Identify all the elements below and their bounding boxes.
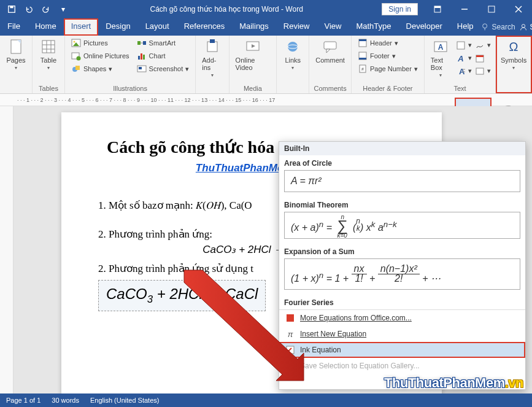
equation-item-binomial-theorem[interactable]: (x + a)n = ∑nk=0 (nk) xk an−k (284, 212, 520, 239)
equation-item-title: Area of Circle (279, 155, 525, 170)
addins-icon (204, 38, 221, 55)
redo-button[interactable] (38, 1, 54, 17)
symbols-button[interactable]: Ω Symbols ▾ (499, 37, 528, 72)
chevron-down-icon: ▾ (211, 72, 214, 78)
tab-help[interactable]: Help (450, 18, 481, 36)
group-tables: Table ▾ Tables (33, 36, 65, 93)
tab-layout[interactable]: Layout (138, 18, 177, 36)
horizontal-ruler[interactable]: · · · 1 · · · 2 · · · 3 · · · 4 · · · 5 … (0, 94, 532, 106)
chevron-down-icon: ▾ (291, 65, 294, 71)
equation-item-title: Binomial Theorem (279, 197, 525, 212)
tab-review[interactable]: Review (276, 18, 317, 36)
pages-button[interactable]: Pages ▾ (4, 37, 28, 72)
equation-item-title: Expansion of a Sum (279, 244, 525, 258)
equation-popup-menu: More Equations from Office.com... π Inse… (279, 309, 525, 374)
svg-rect-55 (476, 68, 484, 74)
ink-equation-menu-item[interactable]: Ink Equation (279, 342, 525, 358)
footer-button[interactable]: Footer ▾ (355, 50, 420, 62)
equation-item-title: Fourier Series (279, 295, 525, 309)
svg-text:A: A (457, 54, 463, 63)
tab-developer[interactable]: Developer (399, 18, 450, 36)
table-button[interactable]: Table ▾ (36, 37, 61, 72)
equation-item-area-of-circle[interactable]: A = πr² (284, 170, 520, 192)
screenshot-button[interactable]: Screenshot ▾ (134, 63, 192, 75)
svg-rect-41 (359, 39, 366, 41)
status-language[interactable]: English (United States) (90, 397, 160, 404)
footer-icon (358, 51, 368, 61)
sign-in-button[interactable]: Sign in (382, 3, 418, 15)
ribbon-tabs: File Home Insert Design Layout Reference… (0, 18, 532, 36)
equation-content-control[interactable]: CaCO3 + 2HCl → CaCl (98, 280, 266, 311)
save-selection-menu-item: Save Selection to Equation Gallery... (279, 358, 525, 374)
svg-rect-48 (457, 42, 465, 49)
smartart-icon (137, 38, 147, 48)
group-symbols: Ω Symbols ▾ . (496, 36, 532, 93)
status-words[interactable]: 30 words (52, 397, 79, 404)
shapes-button[interactable]: Shapes ▾ (69, 63, 132, 75)
svg-rect-51 (476, 55, 484, 57)
chevron-down-icon: ▾ (439, 72, 442, 78)
insert-new-equation-menu-item[interactable]: π Insert New Equation (279, 326, 525, 342)
equation-item-expansion-of-sum[interactable]: (1 + x)n = 1 + nx1! + n(n−1)x²2! + ⋯ (284, 258, 520, 290)
status-bar: Page 1 of 1 30 words English (United Sta… (0, 393, 532, 407)
online-pictures-button[interactable]: Online Pictures (69, 50, 132, 62)
drop-cap-button[interactable]: A▾ (455, 66, 472, 77)
share-label: Share (530, 23, 532, 31)
tab-mailings[interactable]: Mailings (232, 18, 276, 36)
equation-gallery-popup: Built-In Area of Circle A = πr² Binomial… (279, 141, 526, 390)
close-button[interactable] (505, 0, 532, 18)
pictures-button[interactable]: Pictures (69, 37, 132, 49)
online-pictures-icon (71, 51, 81, 61)
svg-rect-27 (138, 56, 140, 60)
tab-file[interactable]: File (0, 18, 28, 36)
date-time-button[interactable] (474, 53, 485, 64)
group-links: Links ▾ . (277, 36, 309, 93)
undo-button[interactable] (21, 1, 37, 17)
more-equations-menu-item[interactable]: More Equations from Office.com... (279, 310, 525, 326)
online-video-button[interactable]: Online Video (233, 37, 273, 72)
page-number-button[interactable]: #Page Number ▾ (355, 63, 420, 75)
group-label-comments: Comments (313, 85, 347, 93)
svg-text:#: # (361, 67, 364, 71)
svg-point-8 (482, 24, 487, 28)
minimize-button[interactable] (451, 0, 478, 18)
save-button[interactable] (4, 1, 20, 17)
tab-mathtype[interactable]: MathType (349, 18, 398, 36)
tab-insert[interactable]: Insert (64, 18, 99, 36)
watermark: ThuThuatPhanMem.vn (384, 375, 523, 391)
text-box-button[interactable]: A Text Box ▾ (428, 37, 453, 79)
status-page[interactable]: Page 1 of 1 (6, 397, 40, 404)
chart-button[interactable]: Chart (134, 50, 192, 62)
smartart-button[interactable]: SmartArt (134, 37, 192, 49)
save-icon (285, 361, 295, 371)
group-label-tables: Tables (36, 85, 61, 93)
share-button[interactable]: Share (519, 23, 532, 31)
tab-home[interactable]: Home (28, 18, 64, 36)
window-title: Cách gõ công thức hóa học trong Word - W… (71, 5, 382, 14)
links-button[interactable]: Links ▾ (280, 37, 305, 72)
comment-button[interactable]: Comment (313, 37, 347, 65)
link-icon (284, 38, 301, 55)
comment-icon (322, 38, 339, 55)
header-button[interactable]: Header ▾ (355, 37, 420, 49)
quick-parts-button[interactable]: ▾ (455, 40, 472, 51)
tab-references[interactable]: References (177, 18, 232, 36)
signature-line-button[interactable]: ▾ (474, 40, 492, 51)
search-label: Search (492, 23, 515, 31)
quick-access-toolbar: ▾ (0, 1, 71, 17)
maximize-button[interactable] (478, 0, 505, 18)
search-box[interactable]: Search (481, 23, 515, 31)
object-button[interactable]: ▾ (474, 66, 492, 77)
chevron-down-icon: ▾ (47, 65, 50, 71)
svg-rect-25 (137, 41, 141, 45)
vertical-ruler[interactable] (0, 106, 13, 393)
qat-customize-button[interactable]: ▾ (55, 1, 71, 17)
addins-button[interactable]: Add-ins ▾ (199, 37, 225, 79)
wordart-button[interactable]: A▾ (455, 53, 472, 64)
tab-view[interactable]: View (317, 18, 349, 36)
ribbon-display-options[interactable] (424, 0, 451, 18)
group-label-illustrations: Illustrations (69, 85, 191, 93)
svg-rect-26 (143, 41, 146, 45)
tab-design[interactable]: Design (98, 18, 137, 36)
lightbulb-icon (481, 23, 490, 31)
